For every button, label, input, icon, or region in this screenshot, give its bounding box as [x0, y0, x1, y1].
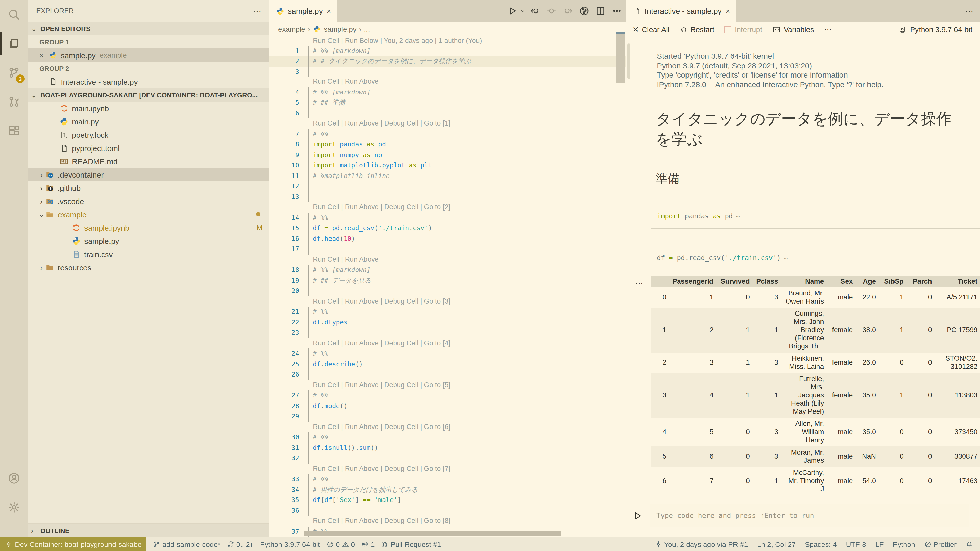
interactive-output[interactable]: Started 'Python 3.9.7 64-bit' kernelPyth… [626, 37, 980, 497]
status-notifications[interactable] [966, 540, 973, 548]
codelens-actions[interactable]: Run Cell | Run Above | Debug Cell | Go t… [313, 516, 450, 527]
previous-change-button[interactable] [530, 6, 540, 16]
status-blame[interactable]: You, 2 days ago via PR #1 [655, 540, 748, 548]
next-change-button[interactable] [563, 6, 573, 16]
run-dropdown[interactable] [520, 8, 526, 14]
interactive-code-cell[interactable]: df = pd.read_csv('./train.csv')⋯ [657, 254, 980, 262]
codelens[interactable]: Run Cell | Run Above | Debug Cell | Go t… [269, 297, 626, 307]
open-editors-header[interactable]: ⌄ OPEN EDITORS [28, 22, 269, 35]
tree-item-pyproject-toml[interactable]: pyproject.toml [28, 141, 269, 155]
codelens-actions[interactable]: Run Cell | Run Above [313, 254, 379, 265]
tab-sample-py[interactable]: sample.py × [269, 0, 337, 22]
activity-source-control[interactable]: 3 [0, 58, 28, 87]
activity-pull-requests[interactable] [0, 87, 28, 116]
split-editor-button[interactable] [596, 6, 605, 16]
kernel-picker[interactable]: Python 3.9.7 64-bit [899, 25, 972, 34]
breadcrumb[interactable]: example › sample.py › ... [269, 22, 626, 36]
status-formatter[interactable]: Prettier [924, 540, 956, 548]
codelens[interactable]: Run Cell | Run Above | Debug Cell | Go t… [269, 464, 626, 474]
table-cell: 22.0 [856, 287, 879, 308]
close-icon[interactable]: × [327, 7, 331, 15]
code-input[interactable] [650, 504, 969, 527]
variables-button[interactable]: Variables [773, 25, 814, 34]
tree-item-poetry-lock[interactable]: poetry.lock [28, 128, 269, 141]
toolbar-more-button[interactable]: ⋯ [824, 25, 832, 34]
status-cursor-position[interactable]: Ln 2, Col 27 [757, 540, 796, 548]
activity-extensions[interactable] [0, 116, 28, 145]
codelens[interactable]: Run Cell | Run Above | Debug Cell | Go t… [269, 119, 626, 129]
interrupt-button[interactable]: Interrupt [724, 25, 762, 34]
codelens-actions[interactable]: Run Cell | Run Above [313, 77, 379, 87]
run-cell-button[interactable] [508, 6, 517, 16]
codelens-actions[interactable]: Run Cell | Run Above | Debug Cell | Go t… [313, 422, 450, 432]
activity-account[interactable] [0, 464, 28, 493]
clear-all-button[interactable]: ✕ Clear All [632, 25, 670, 34]
codelens-actions[interactable]: Run Cell | Run Above | Debug Cell | Go t… [313, 338, 450, 349]
codelens-actions[interactable]: Run Cell | Run Above | Debug Cell | Go t… [313, 119, 450, 129]
tree-item--github[interactable]: ›.github [28, 181, 269, 194]
editor-vertical-scrollbar[interactable] [616, 32, 625, 83]
tab-interactive-sample-py[interactable]: Interactive - sample.py × [626, 0, 736, 22]
status-encoding[interactable]: UTF-8 [846, 540, 866, 548]
cell-toolbar-more[interactable]: ⋯ [635, 279, 644, 288]
codelens[interactable]: Run Cell | Run Above | Debug Cell | Go t… [269, 338, 626, 349]
close-icon[interactable]: × [726, 7, 730, 15]
tree-item-sample-ipynb[interactable]: sample.ipynbM [28, 221, 269, 234]
code-text: # %% [313, 391, 328, 401]
run-input-icon[interactable] [632, 511, 643, 521]
status-pull-request[interactable]: Pull Request #1 [382, 540, 441, 548]
remote-indicator[interactable]: Dev Container: boat-playground-sakabe [0, 537, 147, 551]
activity-settings[interactable] [0, 493, 28, 522]
table-cell: 3 [651, 373, 670, 418]
tree-item-main-ipynb[interactable]: main.ipynb [28, 102, 269, 115]
gitlens-button[interactable] [579, 6, 589, 16]
tree-item-resources[interactable]: ›resources [28, 261, 269, 274]
open-editor-interactive-sample-py[interactable]: Interactive - sample.py [28, 75, 269, 88]
codelens-actions[interactable]: Run Cell | Run Below | You, 2 days ago |… [313, 36, 482, 46]
editor-horizontal-scrollbar[interactable] [304, 531, 562, 536]
close-icon[interactable]: × [37, 51, 45, 59]
codelens-actions[interactable]: Run Cell | Run Above | Debug Cell | Go t… [313, 202, 450, 213]
tree-item-example[interactable]: ⌄example [28, 208, 269, 221]
more-actions-button[interactable] [612, 6, 622, 16]
codelens-actions[interactable]: Run Cell | Run Above | Debug Cell | Go t… [313, 380, 450, 391]
cell-gutter-bar [308, 171, 309, 181]
status-sync[interactable]: 0↓ 2↑ [227, 540, 253, 548]
codelens-actions[interactable]: Run Cell | Run Above | Debug Cell | Go t… [313, 297, 450, 307]
table-cell: Cumings, Mrs. John Bradley (Florence Bri… [781, 308, 827, 353]
activity-search[interactable] [0, 0, 28, 29]
codelens[interactable]: Run Cell | Run Above [269, 77, 626, 87]
interactive-code-cell[interactable]: import pandas as pd⋯ [657, 212, 980, 220]
activity-explorer[interactable] [0, 29, 28, 58]
codelens[interactable]: Run Cell | Run Above | Debug Cell | Go t… [269, 422, 626, 432]
status-problems[interactable]: 00 [327, 540, 355, 548]
tree-item-main-py[interactable]: main.py [28, 115, 269, 128]
tree-item--devcontainer[interactable]: ›><.devcontainer [28, 168, 269, 181]
outline-header[interactable]: › OUTLINE [28, 524, 269, 537]
current-change-icon[interactable] [547, 6, 556, 16]
collapsed-indicator[interactable]: ⋯ [736, 212, 740, 220]
open-editor-sample-py[interactable]: ×sample.pyexample [28, 48, 269, 62]
status-ports[interactable]: 1 [362, 540, 375, 548]
codelens[interactable]: Run Cell | Run Above | Debug Cell | Go t… [269, 202, 626, 213]
collapsed-indicator[interactable]: ⋯ [784, 254, 788, 262]
codelens[interactable]: Run Cell | Run Below | You, 2 days ago |… [269, 36, 626, 46]
codelens[interactable]: Run Cell | Run Above | Debug Cell | Go t… [269, 516, 626, 527]
tree-item-sample-py[interactable]: sample.py [28, 234, 269, 248]
codelens[interactable]: Run Cell | Run Above | Debug Cell | Go t… [269, 380, 626, 391]
sidebar-more-button[interactable]: ⋯ [253, 6, 261, 16]
codelens[interactable]: Run Cell | Run Above [269, 254, 626, 265]
tree-item-train-csv[interactable]: train.csv [28, 248, 269, 261]
status-indentation[interactable]: Spaces: 4 [805, 540, 837, 548]
codelens-actions[interactable]: Run Cell | Run Above | Debug Cell | Go t… [313, 464, 450, 474]
status-language-mode[interactable]: Python [893, 540, 915, 548]
panel-more-button[interactable]: ⋯ [965, 0, 974, 22]
status-git-branch[interactable]: add-sample-code* [153, 540, 221, 548]
code-editor[interactable]: Run Cell | Run Below | You, 2 days ago |… [269, 36, 626, 537]
tree-item-readme-md[interactable]: README.md [28, 155, 269, 168]
restart-button[interactable]: Restart [679, 25, 714, 34]
status-eol[interactable]: LF [875, 540, 884, 548]
tree-item--vscode[interactable]: ›.vscode [28, 194, 269, 208]
status-python-interpreter[interactable]: Python 3.9.7 64-bit [260, 540, 320, 548]
workspace-root-header[interactable]: ⌄ BOAT-PLAYGROUND-SAKABE [DEV CONTAINER:… [28, 88, 269, 102]
